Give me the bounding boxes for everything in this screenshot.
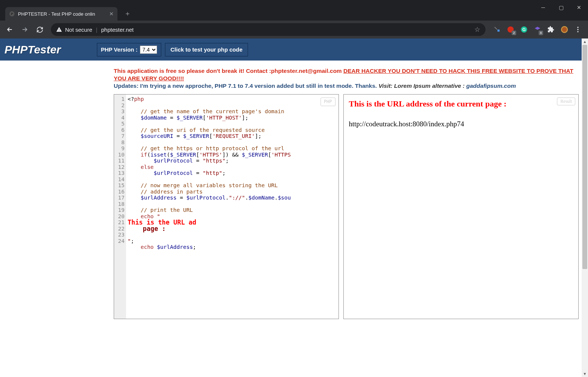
new-tab-button[interactable]: ＋ [122, 8, 133, 19]
window-minimize[interactable]: ─ [534, 0, 552, 15]
ext-wand-icon[interactable] [493, 25, 501, 34]
window-close[interactable]: ✕ [570, 0, 588, 15]
ext-green-icon[interactable]: G [520, 25, 528, 34]
svg-point-7 [562, 27, 567, 32]
line-gutter: 1 2 3 4 5 6 7 8 9 10 11 12 13 14 15 16 1… [114, 95, 126, 319]
result-output: http://codeutrack.host:8080/index.php74 [349, 120, 573, 128]
svg-point-9 [577, 29, 578, 30]
ext-avatar-icon[interactable] [560, 25, 569, 34]
php-version-label: PHP Version : [101, 46, 138, 53]
site-header: PHPTester PHP Version : 7.4 Click to tes… [0, 38, 588, 61]
tab-favicon-icon: P [9, 11, 15, 17]
test-code-button[interactable]: Click to test your php code [165, 43, 248, 56]
notice-block: This application is free so please don't… [114, 67, 579, 90]
svg-text:P: P [11, 12, 13, 16]
notice-updates: Updates: I'm trying a new approche, PHP … [114, 83, 379, 89]
forward-button[interactable] [18, 23, 31, 36]
address-bar[interactable]: Not secure | phptester.net ☆ [51, 23, 486, 36]
svg-point-10 [577, 31, 578, 32]
bookmark-star-icon[interactable]: ☆ [474, 25, 480, 34]
result-tag: Result [557, 98, 575, 105]
site-logo: PHPTester [4, 43, 61, 56]
tab-close-icon[interactable]: ✕ [109, 11, 114, 17]
scrollbar-thumb[interactable] [582, 45, 587, 269]
browser-tab[interactable]: P PHPTESTER - Test PHP code onlin ✕ [5, 7, 117, 21]
svg-rect-2 [497, 30, 500, 32]
notice-free: This application is free so please don't… [114, 68, 343, 74]
php-version-select[interactable]: 7.4 [140, 46, 157, 54]
address-url: phptester.net [101, 27, 134, 33]
ext-purple-icon[interactable]: 8 [533, 25, 542, 34]
gaddafipsum-link[interactable]: gaddafipsum.com [466, 83, 516, 89]
code-editor-panel[interactable]: PHP 1 2 3 4 5 6 7 8 9 10 11 12 13 14 15 … [114, 94, 339, 319]
code-area[interactable]: <?php // get the name of the current pag… [126, 95, 339, 319]
scroll-up-icon[interactable]: ▲ [582, 38, 588, 45]
window-maximize[interactable]: ▢ [552, 0, 570, 15]
reload-button[interactable] [33, 23, 46, 36]
result-panel: Result This is the URL address of the cu… [343, 94, 579, 319]
scroll-down-icon[interactable]: ▼ [582, 371, 588, 377]
notice-visit: Visit: Lorem Ipsum alternative : [379, 83, 466, 89]
page-scrollbar[interactable]: ▲ ▼ [582, 38, 588, 377]
address-separator: | [96, 27, 98, 33]
ext-puzzle-icon[interactable] [547, 25, 555, 34]
back-button[interactable] [3, 23, 16, 36]
browser-menu-icon[interactable] [574, 25, 582, 34]
warning-icon [56, 27, 62, 33]
php-version-control: PHP Version : 7.4 [97, 43, 161, 56]
result-heading: This is the URL address of the current p… [349, 99, 573, 109]
svg-text:G: G [522, 27, 526, 32]
ext-red-icon[interactable]: 2 [506, 25, 515, 34]
tab-title: PHPTESTER - Test PHP code onlin [18, 11, 106, 17]
insecure-label: Not secure [65, 27, 92, 33]
svg-point-8 [577, 27, 578, 28]
code-lang-tag: PHP [321, 98, 336, 106]
